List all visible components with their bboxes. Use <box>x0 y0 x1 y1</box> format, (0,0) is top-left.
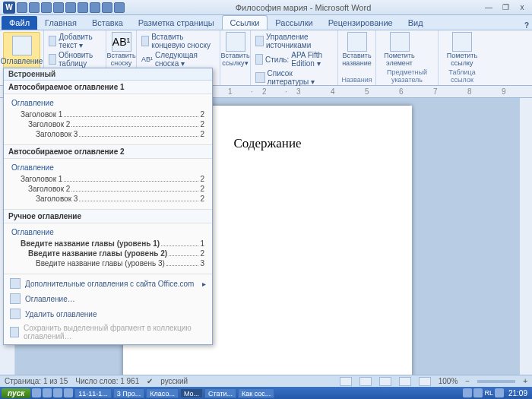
word-count[interactable]: Число слов: 1 961 <box>75 377 139 385</box>
taskbar-item[interactable]: 3 Про... <box>113 388 145 398</box>
vertical-scrollbar[interactable] <box>520 98 532 375</box>
more-toc-office-button[interactable]: Дополнительные оглавления с сайта Office… <box>4 276 212 291</box>
tray-icon[interactable] <box>463 388 472 397</box>
toc-option-auto2[interactable]: Автособираемое оглавление 2 <box>4 145 212 159</box>
taskbar-item[interactable]: 11-11-1... <box>74 388 112 398</box>
insert-caption-button[interactable]: Вставить название <box>341 32 372 67</box>
dropdown-header-builtin: Встроенный <box>4 68 212 81</box>
insert-citation-button[interactable]: Вставить ссылку▾ <box>223 32 247 67</box>
tray-icon[interactable] <box>495 388 504 397</box>
language-status[interactable]: русский <box>160 377 188 385</box>
qat-redo-icon[interactable] <box>41 2 52 13</box>
remove-toc-button[interactable]: Удалить оглавление <box>4 306 212 321</box>
tab-home[interactable]: Главная <box>37 16 84 30</box>
window-title: Философия мария - Microsoft Word <box>125 3 482 12</box>
toc-preview-auto1[interactable]: Оглавление Заголовок 12 Заголовок 22 Заг… <box>4 94 212 145</box>
quicklaunch-icon[interactable] <box>53 388 62 397</box>
mark-citation-button[interactable]: Пометить ссылку <box>442 32 483 67</box>
insert-endnote-button[interactable]: Вставить концевую сноску <box>140 32 217 50</box>
group-label-index: Предметный указатель <box>379 68 435 84</box>
remove-toc-icon <box>10 309 21 319</box>
spell-check-icon[interactable]: ✔ <box>147 377 153 385</box>
citation-icon <box>226 32 245 52</box>
quicklaunch-icon[interactable] <box>43 388 52 397</box>
mark-citation-icon <box>452 32 472 52</box>
tab-insert[interactable]: Вставка <box>84 16 131 30</box>
qat-icon[interactable] <box>90 2 100 13</box>
qat-icon[interactable] <box>65 2 76 13</box>
qat-save-icon[interactable] <box>17 2 27 13</box>
insert-footnote-button[interactable]: AB¹ Вставить сноску <box>109 32 133 67</box>
biblio-icon <box>255 72 265 83</box>
tab-view[interactable]: Вид <box>401 16 431 30</box>
tab-mailings[interactable]: Рассылки <box>268 16 320 30</box>
office-icon <box>10 278 21 289</box>
taskbar-item[interactable]: Мо... <box>180 388 203 398</box>
zoom-slider[interactable] <box>477 380 515 383</box>
view-fullscreen-icon[interactable] <box>359 377 372 386</box>
taskbar-item[interactable]: Как сос... <box>238 388 274 398</box>
add-text-button[interactable]: Добавить текст ▾ <box>47 32 103 50</box>
add-text-icon <box>49 36 56 46</box>
minimize-button[interactable]: — <box>482 2 496 13</box>
view-outline-icon[interactable] <box>399 377 411 386</box>
view-draft-icon[interactable] <box>419 377 431 386</box>
tab-pagelayout[interactable]: Разметка страницы <box>131 16 222 30</box>
qat-icon[interactable] <box>78 2 88 13</box>
qat-more-icon[interactable] <box>114 2 125 13</box>
tab-file[interactable]: Файл <box>2 16 37 30</box>
mark-entry-icon <box>390 32 410 52</box>
save-toc-icon <box>10 327 19 337</box>
toc-preview-manual[interactable]: Оглавление Введите название главы (урове… <box>4 223 212 274</box>
next-footnote-button[interactable]: AB¹Следующая сноска ▾ <box>140 50 217 68</box>
tray-icon[interactable] <box>473 388 483 397</box>
update-index-icon[interactable] <box>421 50 435 64</box>
footnote-icon: AB¹ <box>112 32 131 52</box>
insert-toc-button[interactable]: Оглавление… <box>4 291 212 306</box>
view-web-icon[interactable] <box>379 377 391 386</box>
ribbon-tabs: Файл Главная Вставка Разметка страницы С… <box>0 15 532 30</box>
endnote-icon <box>141 36 149 46</box>
mark-entry-button[interactable]: Пометить элемент <box>379 32 420 67</box>
qat-icon[interactable] <box>102 2 112 13</box>
taskbar-item[interactable]: Класо... <box>146 388 179 398</box>
taskbar-clock[interactable]: 21:09 <box>505 389 530 397</box>
view-print-layout-icon[interactable] <box>340 377 352 386</box>
group-label-authorities: Таблица ссылок <box>442 68 483 84</box>
toc-icon <box>12 36 32 55</box>
tray-language[interactable]: RL <box>484 389 493 397</box>
save-toc-button: Сохранить выделенный фрагмент в коллекци… <box>4 321 212 343</box>
update-table-button[interactable]: Обновить таблицу <box>47 50 103 68</box>
taskbar-item[interactable]: Стати... <box>204 388 236 398</box>
toc-dropdown: Встроенный Автособираемое оглавление 1 О… <box>3 68 213 345</box>
qat-undo-icon[interactable] <box>29 2 40 13</box>
page-status[interactable]: Страница: 1 из 15 <box>5 377 68 385</box>
close-button[interactable]: x <box>515 2 529 13</box>
word-icon: W <box>3 2 15 14</box>
quicklaunch-icon[interactable] <box>64 388 73 397</box>
toc-option-manual[interactable]: Ручное оглавление <box>4 210 212 223</box>
citation-style-select[interactable]: Стиль: APA Fifth Edition ▾ <box>254 50 334 68</box>
help-icon[interactable]: ? <box>524 21 529 30</box>
group-label-captions: Названия <box>341 76 372 84</box>
restore-button[interactable]: ❐ <box>499 2 512 13</box>
tab-references[interactable]: Ссылки <box>222 15 268 30</box>
toc-preview-auto2[interactable]: Оглавление Заголовок 12 Заголовок 22 Заг… <box>4 159 212 210</box>
zoom-out-button[interactable]: − <box>465 377 470 385</box>
status-bar: Страница: 1 из 15 Число слов: 1 961 ✔ ру… <box>0 375 532 387</box>
style-icon <box>255 54 263 65</box>
update-icon <box>49 54 56 65</box>
insert-index-icon[interactable] <box>421 35 435 49</box>
title-bar: W Философия мария - Microsoft Word — ❐ x <box>0 0 532 15</box>
zoom-level[interactable]: 100% <box>439 377 458 385</box>
windows-taskbar: пуск 11-11-1... 3 Про... Класо... Мо... … <box>0 387 532 399</box>
quicklaunch-icon[interactable] <box>32 388 41 397</box>
bibliography-button[interactable]: Список литературы ▾ <box>254 68 334 87</box>
toc-option-auto1[interactable]: Автособираемое оглавление 1 <box>4 81 212 94</box>
tab-review[interactable]: Рецензирование <box>321 16 401 30</box>
zoom-in-button[interactable]: + <box>523 377 527 385</box>
start-button[interactable]: пуск <box>2 388 30 398</box>
qat-icon[interactable] <box>53 2 64 13</box>
sources-icon <box>255 36 264 46</box>
manage-sources-button[interactable]: Управление источниками <box>254 32 334 50</box>
